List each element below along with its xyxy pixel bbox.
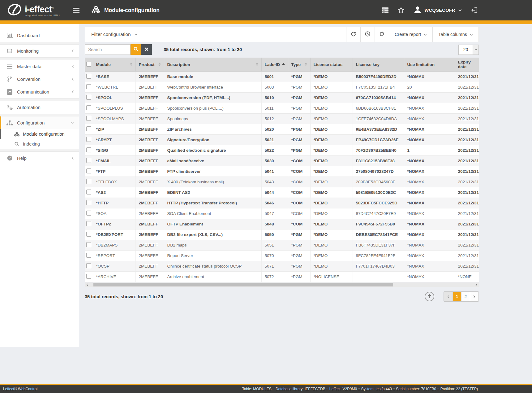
sidebar-item-indexing[interactable]: Indexing [0, 139, 79, 149]
column-header-description[interactable]: Description [164, 58, 261, 72]
sidebar-item-master-data[interactable]: Master data [0, 60, 79, 73]
row-checkbox[interactable] [86, 147, 91, 152]
search-input[interactable] [85, 44, 131, 55]
table-row[interactable]: *FTP 2MEBEFF FTP client/server 5041 *COM… [85, 166, 479, 177]
sidebar-item-module-configuration[interactable]: Module configuration [0, 129, 79, 139]
sidebar-item-label: Configuration [17, 120, 45, 125]
table-row[interactable]: *AS2 2MEBEFF EDIINT AS2 5044 *COM *DEMO … [85, 187, 479, 198]
brand[interactable]: i-effect® integrated solutions for IBM i [7, 3, 60, 18]
row-checkbox[interactable] [86, 200, 91, 205]
cell-use-limitation: *NOMAX [404, 114, 455, 124]
row-checkbox[interactable] [86, 263, 91, 268]
row-checkbox[interactable] [86, 116, 91, 121]
row-checkbox[interactable] [86, 221, 91, 226]
table-row[interactable]: *DB2EXPORT 2MEBEFF DB2 file export (XLS,… [85, 229, 479, 240]
row-checkbox[interactable] [86, 242, 91, 247]
chevron-right-icon[interactable] [474, 282, 479, 287]
repeat-icon [379, 32, 385, 37]
row-checkbox[interactable] [86, 74, 91, 79]
column-header-license-key[interactable]: License key [353, 58, 404, 72]
repeat-button[interactable] [375, 27, 389, 42]
scrollbar-track[interactable] [90, 282, 474, 287]
row-checkbox[interactable] [86, 232, 91, 237]
username: WCQSECOFR [425, 8, 455, 13]
table-columns-button[interactable]: Table columns [432, 27, 478, 42]
question-circle-icon: ? [6, 155, 13, 161]
sidebar-item-communication[interactable]: Communication [0, 85, 79, 98]
column-header-license-status[interactable]: License status [310, 58, 353, 72]
row-checkbox[interactable] [86, 95, 91, 100]
next-page-button[interactable] [470, 292, 478, 301]
table-row[interactable]: *REPORT 2MEBEFF Report Server 5070 *PGM … [85, 251, 479, 261]
sidebar-item-conversion[interactable]: Conversion [0, 73, 79, 85]
chevron-left-icon[interactable] [85, 282, 90, 287]
column-header-use-limitation[interactable]: Use limitation [404, 58, 455, 72]
create-report-button[interactable]: Create report [389, 27, 432, 42]
star-icon[interactable] [398, 7, 404, 13]
cell-license-status: *DEMO [310, 187, 353, 198]
table-row[interactable]: *BASE 2MEBEFF Base module 5001 *PGM *DEM… [85, 72, 479, 82]
sidebar-item-dashboard[interactable]: Dashboard [0, 29, 79, 42]
table-row[interactable]: *SPOOLPLUS 2MEBEFF Spoolconversion plus … [85, 103, 479, 114]
sidebar-item-help[interactable]: ? Help [0, 152, 79, 164]
hamburger-icon[interactable] [73, 8, 79, 13]
table-row[interactable]: *SOA 2MEBEFF SOA Client Enablement 5047 … [85, 208, 479, 219]
logout-icon[interactable] [471, 7, 478, 13]
cell-license-status: *DEMO [310, 124, 353, 135]
table-row[interactable]: *SIGG 2MEBEFF Qualified electronic signa… [85, 145, 479, 156]
row-checkbox[interactable] [86, 179, 91, 184]
row-checkbox[interactable] [86, 274, 91, 279]
history-button[interactable] [360, 27, 375, 42]
select-all-header[interactable] [85, 58, 93, 72]
chevron-left-icon [71, 90, 74, 94]
column-header-module[interactable]: Module [93, 58, 135, 72]
select-all-checkbox[interactable] [86, 62, 91, 67]
sidebar-item-monitoring[interactable]: Monitoring [0, 45, 79, 57]
table-row[interactable]: *SPOOLMAPS 2MEBEFF Spoolmaps 5012 *PGM *… [85, 114, 479, 124]
table-row[interactable]: *WEBCTRL 2MEBEFF WebControl Browser Inte… [85, 82, 479, 93]
sidebar-item-automation[interactable]: Automation [0, 101, 79, 114]
table-row[interactable]: *ZIP 2MEBEFF ZIP archives 5020 *PGM *DEM… [85, 124, 479, 135]
cell-expiry-date: 2021/12/31 [455, 208, 479, 219]
column-header-expiry-date[interactable]: Expiry date [455, 58, 479, 72]
sidebar-separator [0, 114, 79, 116]
cell-use-limitation: 20 [404, 82, 455, 93]
sidebar-item-configuration[interactable]: Configuration [0, 116, 79, 129]
table-row[interactable]: *EMAIL 2MEBEFF eMail send/receive 5030 *… [85, 156, 479, 166]
scroll-top-button[interactable] [425, 292, 434, 301]
page-size-select[interactable]: 20 [458, 45, 479, 55]
table-row[interactable]: *ARCHIVE 2MEBEFF Archive enablement 5072… [85, 272, 479, 282]
column-header-product[interactable]: Product [135, 58, 164, 72]
table-row[interactable]: *HTTP 2MEBEFF HTTP (Hypertext Transfer P… [85, 198, 479, 208]
clear-search-button[interactable] [141, 44, 152, 55]
row-checkbox[interactable] [86, 126, 91, 131]
page-1-button[interactable]: 1 [453, 292, 461, 301]
table-row[interactable]: *OFTP2 2MEBEFF OFTP Enablement 5048 *COM… [85, 219, 479, 229]
table-row[interactable]: *CRYPT 2MEBEFF Signature/Encryption 5021… [85, 135, 479, 145]
filter-configuration-toggle[interactable]: Filter configuration [85, 27, 144, 42]
user-menu[interactable]: WCQSECOFR [414, 6, 462, 15]
table-row[interactable]: *OCSP 2MEBEFF Onlince certificate status… [85, 261, 479, 272]
refresh-button[interactable] [346, 27, 360, 42]
horizontal-scrollbar[interactable] [85, 282, 479, 287]
table-row[interactable]: *SPOOL 2MEBEFF Spoolconversion (PDF, HTM… [85, 93, 479, 103]
page-2-button[interactable]: 2 [461, 292, 470, 301]
server-icon[interactable] [382, 7, 388, 13]
table-row[interactable]: *DB2MAPS 2MEBEFF DB2 maps 5051 *PGM *DEM… [85, 240, 479, 251]
row-checkbox[interactable] [86, 158, 91, 163]
table-row[interactable]: *TELEBOX 2MEBEFF X.400 (Telekom business… [85, 177, 479, 187]
row-checkbox[interactable] [86, 137, 91, 142]
previous-page-button[interactable] [444, 292, 453, 301]
row-checkbox[interactable] [86, 84, 91, 89]
search-button[interactable] [131, 44, 141, 55]
column-header-type[interactable]: Type [288, 58, 310, 72]
sidebar: Dashboard Monitoring Master data [0, 24, 79, 347]
row-checkbox[interactable] [86, 105, 91, 110]
row-checkbox[interactable] [86, 190, 91, 194]
row-checkbox[interactable] [86, 211, 91, 216]
row-checkbox[interactable] [86, 253, 91, 258]
scrollbar-thumb[interactable] [93, 283, 393, 286]
cell-license-status: *DEMO [310, 135, 353, 145]
row-checkbox[interactable] [86, 168, 91, 173]
column-header-lade-id[interactable]: Lade-ID [261, 58, 288, 72]
